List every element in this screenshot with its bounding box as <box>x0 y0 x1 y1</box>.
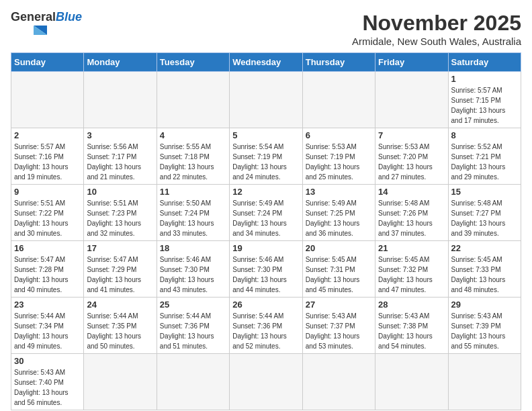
day-number: 28 <box>378 300 445 310</box>
day-number: 26 <box>232 300 299 310</box>
day-number: 16 <box>14 243 81 253</box>
day-cell: 29Sunrise: 5:43 AM Sunset: 7:39 PM Dayli… <box>448 298 521 354</box>
day-number: 18 <box>160 243 226 253</box>
week-row-4: 23Sunrise: 5:44 AM Sunset: 7:34 PM Dayli… <box>11 298 521 354</box>
week-row-5: 30Sunrise: 5:43 AM Sunset: 7:40 PM Dayli… <box>11 354 521 410</box>
day-cell: 30Sunrise: 5:43 AM Sunset: 7:40 PM Dayli… <box>11 354 84 410</box>
col-header-wednesday: Wednesday <box>230 53 302 72</box>
col-header-sunday: Sunday <box>11 53 84 72</box>
day-info: Sunrise: 5:44 AM Sunset: 7:36 PM Dayligh… <box>160 311 226 351</box>
day-number: 8 <box>451 130 518 140</box>
col-header-saturday: Saturday <box>448 53 521 72</box>
day-cell: 2Sunrise: 5:57 AM Sunset: 7:16 PM Daylig… <box>11 128 84 185</box>
day-cell: 6Sunrise: 5:53 AM Sunset: 7:19 PM Daylig… <box>302 128 375 185</box>
day-number: 3 <box>87 130 153 140</box>
day-number: 29 <box>451 300 518 310</box>
header: General Blue November 2025 Armidale, New… <box>11 11 521 47</box>
day-number: 11 <box>160 187 226 197</box>
day-info: Sunrise: 5:43 AM Sunset: 7:38 PM Dayligh… <box>378 311 445 351</box>
calendar-header-row: SundayMondayTuesdayWednesdayThursdayFrid… <box>11 53 521 72</box>
day-info: Sunrise: 5:43 AM Sunset: 7:39 PM Dayligh… <box>451 311 518 351</box>
day-number: 9 <box>14 187 81 197</box>
day-cell: 18Sunrise: 5:46 AM Sunset: 7:30 PM Dayli… <box>157 241 229 298</box>
month-title: November 2025 <box>352 11 521 36</box>
day-info: Sunrise: 5:43 AM Sunset: 7:37 PM Dayligh… <box>306 311 372 351</box>
day-cell: 12Sunrise: 5:49 AM Sunset: 7:24 PM Dayli… <box>230 185 302 241</box>
day-cell <box>84 354 157 410</box>
day-info: Sunrise: 5:51 AM Sunset: 7:23 PM Dayligh… <box>87 198 153 238</box>
title-area: November 2025 Armidale, New South Wales,… <box>352 11 521 47</box>
day-cell: 25Sunrise: 5:44 AM Sunset: 7:36 PM Dayli… <box>157 298 229 354</box>
day-info: Sunrise: 5:55 AM Sunset: 7:18 PM Dayligh… <box>160 142 226 182</box>
day-number: 25 <box>160 300 226 310</box>
day-cell: 7Sunrise: 5:53 AM Sunset: 7:20 PM Daylig… <box>375 128 448 185</box>
day-cell <box>375 354 448 410</box>
day-number: 13 <box>306 187 372 197</box>
day-number: 27 <box>306 300 372 310</box>
day-cell: 16Sunrise: 5:47 AM Sunset: 7:28 PM Dayli… <box>11 241 84 298</box>
day-cell: 9Sunrise: 5:51 AM Sunset: 7:22 PM Daylig… <box>11 185 84 241</box>
day-number: 1 <box>451 74 518 84</box>
day-number: 19 <box>232 243 299 253</box>
day-number: 6 <box>306 130 372 140</box>
day-info: Sunrise: 5:47 AM Sunset: 7:28 PM Dayligh… <box>14 255 81 295</box>
day-number: 4 <box>160 130 226 140</box>
day-cell: 10Sunrise: 5:51 AM Sunset: 7:23 PM Dayli… <box>84 185 157 241</box>
day-number: 7 <box>378 130 445 140</box>
day-info: Sunrise: 5:45 AM Sunset: 7:33 PM Dayligh… <box>451 255 518 295</box>
day-cell <box>302 354 375 410</box>
logo-blue-text: Blue <box>56 11 82 24</box>
day-info: Sunrise: 5:45 AM Sunset: 7:32 PM Dayligh… <box>378 255 445 295</box>
day-info: Sunrise: 5:49 AM Sunset: 7:25 PM Dayligh… <box>306 198 372 238</box>
day-info: Sunrise: 5:46 AM Sunset: 7:30 PM Dayligh… <box>232 255 299 295</box>
day-cell: 27Sunrise: 5:43 AM Sunset: 7:37 PM Dayli… <box>302 298 375 354</box>
day-cell: 24Sunrise: 5:44 AM Sunset: 7:35 PM Dayli… <box>84 298 157 354</box>
day-cell <box>302 72 375 128</box>
day-info: Sunrise: 5:53 AM Sunset: 7:19 PM Dayligh… <box>306 142 372 182</box>
day-number: 10 <box>87 187 153 197</box>
day-cell <box>230 72 302 128</box>
day-info: Sunrise: 5:53 AM Sunset: 7:20 PM Dayligh… <box>378 142 445 182</box>
day-number: 2 <box>14 130 81 140</box>
day-cell <box>230 354 302 410</box>
day-cell: 28Sunrise: 5:43 AM Sunset: 7:38 PM Dayli… <box>375 298 448 354</box>
day-info: Sunrise: 5:54 AM Sunset: 7:19 PM Dayligh… <box>232 142 299 182</box>
day-number: 30 <box>14 356 81 366</box>
col-header-thursday: Thursday <box>302 53 375 72</box>
day-number: 23 <box>14 300 81 310</box>
day-info: Sunrise: 5:57 AM Sunset: 7:16 PM Dayligh… <box>14 142 81 182</box>
week-row-0: 1Sunrise: 5:57 AM Sunset: 7:15 PM Daylig… <box>11 72 521 128</box>
col-header-tuesday: Tuesday <box>157 53 229 72</box>
location-title: Armidale, New South Wales, Australia <box>352 36 521 47</box>
col-header-monday: Monday <box>84 53 157 72</box>
day-cell: 22Sunrise: 5:45 AM Sunset: 7:33 PM Dayli… <box>448 241 521 298</box>
logo-icon <box>11 24 51 36</box>
day-cell: 20Sunrise: 5:45 AM Sunset: 7:31 PM Dayli… <box>302 241 375 298</box>
day-cell: 4Sunrise: 5:55 AM Sunset: 7:18 PM Daylig… <box>157 128 229 185</box>
week-row-3: 16Sunrise: 5:47 AM Sunset: 7:28 PM Dayli… <box>11 241 521 298</box>
calendar: SundayMondayTuesdayWednesdayThursdayFrid… <box>11 52 521 410</box>
day-cell: 11Sunrise: 5:50 AM Sunset: 7:24 PM Dayli… <box>157 185 229 241</box>
day-number: 21 <box>378 243 445 253</box>
day-info: Sunrise: 5:48 AM Sunset: 7:27 PM Dayligh… <box>451 198 518 238</box>
day-number: 17 <box>87 243 153 253</box>
day-info: Sunrise: 5:45 AM Sunset: 7:31 PM Dayligh… <box>306 255 372 295</box>
day-info: Sunrise: 5:44 AM Sunset: 7:36 PM Dayligh… <box>232 311 299 351</box>
day-cell: 13Sunrise: 5:49 AM Sunset: 7:25 PM Dayli… <box>302 185 375 241</box>
day-info: Sunrise: 5:50 AM Sunset: 7:24 PM Dayligh… <box>160 198 226 238</box>
logo-general-text: General <box>11 11 56 24</box>
day-cell <box>157 72 229 128</box>
day-cell: 3Sunrise: 5:56 AM Sunset: 7:17 PM Daylig… <box>84 128 157 185</box>
day-number: 5 <box>232 130 299 140</box>
day-number: 24 <box>87 300 153 310</box>
day-cell: 19Sunrise: 5:46 AM Sunset: 7:30 PM Dayli… <box>230 241 302 298</box>
week-row-1: 2Sunrise: 5:57 AM Sunset: 7:16 PM Daylig… <box>11 128 521 185</box>
day-info: Sunrise: 5:47 AM Sunset: 7:29 PM Dayligh… <box>87 255 153 295</box>
week-row-2: 9Sunrise: 5:51 AM Sunset: 7:22 PM Daylig… <box>11 185 521 241</box>
col-header-friday: Friday <box>375 53 448 72</box>
day-info: Sunrise: 5:57 AM Sunset: 7:15 PM Dayligh… <box>451 85 518 126</box>
day-cell: 17Sunrise: 5:47 AM Sunset: 7:29 PM Dayli… <box>84 241 157 298</box>
day-number: 14 <box>378 187 445 197</box>
day-cell: 23Sunrise: 5:44 AM Sunset: 7:34 PM Dayli… <box>11 298 84 354</box>
day-info: Sunrise: 5:49 AM Sunset: 7:24 PM Dayligh… <box>232 198 299 238</box>
